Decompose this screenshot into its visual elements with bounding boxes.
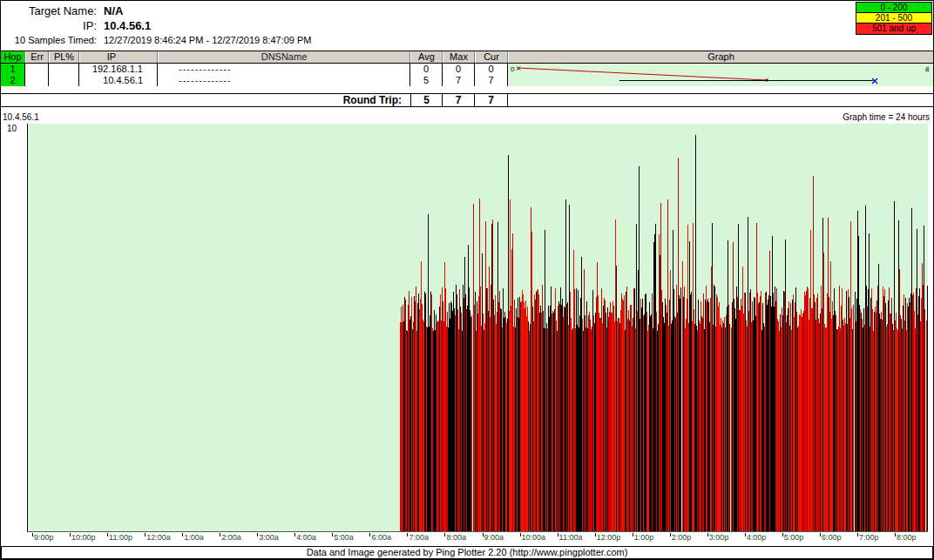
col-header-hop[interactable]: Hop: [1, 51, 25, 63]
dns-cell: -------------: [158, 75, 410, 86]
legend-warn-label: 201 - 500: [876, 13, 912, 23]
legend-item-warn: 201 - 500: [856, 13, 931, 24]
max-cell: 7: [443, 75, 475, 86]
cur-cell: 0: [475, 64, 508, 75]
legend-bad-label: 501 and up: [872, 24, 916, 33]
x-tickmark: [145, 533, 146, 536]
x-tick-label: 2:00p: [670, 533, 692, 542]
pl-cell: [49, 64, 79, 75]
plot-area[interactable]: [27, 124, 928, 532]
x-tickmark: [745, 533, 746, 536]
x-tickmark: [857, 533, 858, 536]
target-name-label: Target Name:: [1, 4, 104, 17]
footer-credit-text: Data and Image generated by Ping Plotter…: [307, 547, 628, 557]
x-tickmark: [70, 533, 71, 536]
x-tick-label: 9:00p: [32, 533, 54, 542]
target-name-row: Target Name:N/A: [1, 4, 123, 17]
target-ip-value: 10.4.56.1: [104, 19, 151, 32]
col-header-avg[interactable]: Avg: [410, 51, 443, 63]
x-tick-label: 6:00a: [369, 533, 391, 542]
samples-row: 10 Samples Timed:12/27/2019 8:46:24 PM -…: [1, 35, 312, 45]
x-tick-label: 4:00a: [294, 533, 316, 542]
target-ip-label: IP:: [1, 19, 104, 32]
x-tick-label: 8:00p: [895, 533, 917, 542]
col-header-cur[interactable]: Cur: [475, 51, 508, 63]
x-tickmark: [895, 533, 896, 536]
err-cell: [25, 75, 49, 86]
table-row-hop2[interactable]: 2 10.4.56.1 ------------- 5 7 7: [1, 75, 508, 86]
x-tick-label: 7:00a: [407, 533, 429, 542]
x-tick-label: 3:00p: [707, 533, 729, 542]
legend-good-label: 0 - 200: [880, 3, 907, 12]
target-header: Target Name:N/A IP:10.4.56.1 10 Samples …: [1, 1, 933, 51]
hop-rows: 1 192.168.1.1 ------------- 0 0 0 2 10.4…: [1, 64, 508, 86]
err-cell: [25, 64, 49, 75]
target-ip-row: IP:10.4.56.1: [1, 19, 151, 32]
max-cell: 0: [443, 64, 475, 75]
x-tick-label: 8:00a: [444, 533, 466, 542]
hop-latency-minigraph: 0 8: [508, 64, 933, 86]
x-tickmark: [107, 533, 108, 536]
ip-cell: 10.4.56.1: [79, 75, 158, 86]
x-tick-label: 11:00p: [107, 533, 132, 542]
hop-number-badge[interactable]: 2: [1, 75, 25, 86]
x-tick-label: 6:00p: [820, 533, 842, 542]
pingplotter-window: { "header": { "target_name_label": "Targ…: [0, 0, 934, 560]
table-row-hop1[interactable]: 1 192.168.1.1 ------------- 0 0 0: [1, 64, 508, 75]
x-tickmark: [407, 533, 408, 536]
x-tick-label: 1:00a: [182, 533, 204, 542]
graph-target-title: 10.4.56.1: [3, 112, 39, 122]
minigraph-max-label: 8: [925, 65, 930, 73]
latency-bars-canvas: [28, 124, 928, 531]
legend-item-bad: 501 and up: [856, 24, 931, 34]
x-tick-label: 3:00a: [257, 533, 279, 542]
ip-cell: 192.168.1.1: [79, 64, 158, 75]
dns-cell: -------------: [158, 64, 410, 75]
samples-range: 12/27/2019 8:46:24 PM - 12/27/2019 8:47:…: [104, 35, 312, 45]
minigraph-min-label: 0: [511, 65, 515, 73]
x-tickmark: [182, 533, 183, 536]
x-tickmark: [332, 533, 333, 536]
x-tick-label: 11:00a: [558, 533, 583, 542]
legend-item-good: 0 - 200: [856, 3, 931, 13]
col-header-graph[interactable]: Graph: [508, 51, 933, 63]
hop-minigraph-cell: 0 8: [508, 64, 933, 86]
table-spacer: [1, 86, 933, 93]
hop-table-body: 1 192.168.1.1 ------------- 0 0 0 2 10.4…: [1, 64, 933, 86]
x-tick-label: 7:00p: [857, 533, 879, 542]
samples-label: 10 Samples Timed:: [1, 35, 104, 45]
y-axis-max-label: 10: [7, 124, 17, 133]
x-tick-label: 10:00p: [70, 533, 96, 542]
x-tick-label: 10:00a: [520, 533, 546, 542]
x-tick-label: 12:00a: [145, 533, 171, 542]
x-tick-label: 5:00p: [782, 533, 804, 542]
x-tickmark: [444, 533, 445, 536]
x-tick-label: 4:00p: [745, 533, 767, 542]
x-tickmark: [369, 533, 370, 536]
x-tickmark: [670, 533, 671, 536]
cur-cell: 7: [475, 75, 508, 86]
x-tickmark: [633, 533, 633, 536]
hop-table-header: Hop Err PL% IP DNSName Avg Max Cur Graph: [1, 51, 933, 64]
x-tickmark: [32, 533, 33, 536]
x-tickmark: [782, 533, 783, 536]
x-tickmark: [520, 533, 521, 536]
x-tick-label: 5:00a: [332, 533, 354, 542]
x-tickmark: [820, 533, 821, 536]
col-header-dns[interactable]: DNSName: [158, 51, 410, 63]
col-header-ip[interactable]: IP: [79, 51, 158, 63]
round-trip-max: 7: [443, 94, 475, 106]
hop-number-badge[interactable]: 1: [1, 64, 25, 75]
x-tick-label: 1:00p: [633, 533, 654, 542]
col-header-pl[interactable]: PL%: [49, 51, 79, 63]
status-bar: Data and Image generated by Ping Plotter…: [1, 546, 933, 559]
hop-table: Hop Err PL% IP DNSName Avg Max Cur Graph…: [1, 51, 933, 111]
avg-cell: 0: [410, 64, 443, 75]
col-header-max[interactable]: Max: [443, 51, 475, 63]
col-header-err[interactable]: Err: [25, 51, 49, 63]
x-tickmark: [595, 533, 596, 536]
target-name-value: N/A: [104, 4, 123, 17]
x-tick-label: 2:00a: [220, 533, 241, 542]
x-tickmark: [483, 533, 484, 536]
graph-time-label: Graph time = 24 hours: [843, 112, 930, 122]
